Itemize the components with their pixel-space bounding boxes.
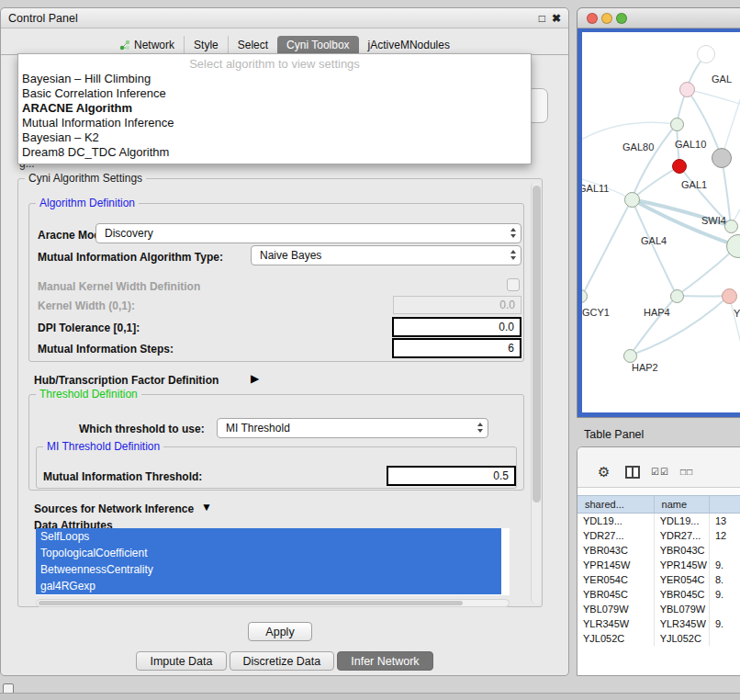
table-row[interactable]: YDL19... YDL19... 13 — [577, 514, 740, 528]
algorithm-option[interactable]: Bayesian – Hill Climbing — [18, 72, 531, 86]
manual-kernel-width-label: Manual Kernel Width Definition — [38, 280, 200, 293]
column-header-name[interactable]: name — [655, 496, 710, 513]
mi-algorithm-type-label: Mutual Information Algorithm Type: — [38, 251, 223, 264]
gear-icon[interactable]: ⚙ — [598, 465, 610, 480]
cell: YPR145W — [655, 558, 710, 572]
table-row[interactable]: YER054C YER054C 8. — [577, 572, 740, 587]
which-threshold-select[interactable]: MI Threshold — [217, 418, 488, 438]
network-node[interactable] — [624, 192, 640, 208]
cell: YDR27... — [655, 528, 710, 543]
control-panel-titlebar: Control Panel □ ✖ — [1, 8, 568, 28]
attribute-item-selected[interactable]: gal4RGexp — [36, 578, 501, 594]
network-node[interactable] — [670, 118, 684, 131]
collapse-down-icon[interactable]: ▼ — [201, 501, 212, 514]
tab-discretize-data[interactable]: Discretize Data — [230, 651, 335, 671]
table-panel-window: ⚙ ☑☑ □□ shared... name YDL19... YDL19...… — [577, 446, 740, 676]
combo-arrows-icon — [510, 228, 516, 238]
mi-steps-value: 6 — [508, 342, 514, 355]
control-panel-window: Control Panel □ ✖ Network Style Select — [0, 7, 569, 676]
hub-section-label: Hub/Transcription Factor Definition — [34, 374, 219, 387]
network-node[interactable] — [697, 45, 715, 63]
network-canvas[interactable]: GAL GAL80 GAL10 GAL11 GAL1 SWI4 GAL4 GCY… — [582, 32, 740, 412]
table-row[interactable]: YBR043C YBR043C — [577, 543, 740, 558]
column-header-shared[interactable]: shared... — [577, 496, 655, 513]
cell: YLR345W — [655, 616, 710, 631]
tab-discretize-data-label: Discretize Data — [243, 655, 321, 668]
close-traffic-light-icon[interactable] — [587, 13, 598, 24]
tab-select[interactable]: Select — [228, 36, 277, 54]
kernel-width-field[interactable]: 0.0 — [393, 296, 521, 314]
scrollbar-thumb[interactable] — [533, 186, 541, 502]
algorithm-option[interactable]: Basic Correlation Inference — [18, 86, 531, 101]
network-node-hap4[interactable] — [670, 289, 684, 303]
select-all-checks-icon[interactable]: ☑☑ — [651, 467, 669, 477]
attribute-item-selected[interactable]: TopologicalCoefficient — [36, 545, 501, 561]
tab-style[interactable]: Style — [184, 36, 228, 54]
node-label: GAL — [712, 73, 732, 85]
tab-jactivemnodules[interactable]: jActiveMNodules — [359, 36, 459, 54]
desktop: Control Panel □ ✖ Network Style Select — [0, 0, 740, 700]
network-node[interactable] — [679, 82, 695, 97]
cell — [710, 631, 740, 646]
attributes-horizontal-scrollbar[interactable] — [36, 599, 510, 607]
tab-infer-network-label: Infer Network — [351, 655, 419, 668]
network-node[interactable] — [712, 148, 732, 168]
settings-vertical-scrollbar[interactable] — [531, 183, 541, 604]
table-row[interactable]: YLR345W YLR345W 9. — [577, 616, 740, 631]
taskbar-strip — [0, 693, 740, 700]
tab-infer-network[interactable]: Infer Network — [337, 651, 432, 671]
cell: YBR045C — [577, 587, 655, 602]
algorithm-option[interactable]: Dream8 DC_TDC Algorithm — [18, 145, 531, 160]
dpi-tolerance-field[interactable]: 0.0 — [392, 317, 521, 337]
network-node-hap2[interactable] — [623, 349, 637, 363]
network-node-swi4[interactable] — [724, 220, 738, 233]
apply-button[interactable]: Apply — [248, 622, 312, 641]
node-label-gal80: GAL80 — [622, 141, 654, 152]
scrollbar-thumb[interactable] — [39, 601, 463, 605]
table-toolbar: ⚙ ☑☑ □□ — [577, 447, 740, 488]
tab-network[interactable]: Network — [110, 36, 184, 54]
node-label-hap4: HAP4 — [644, 307, 670, 318]
mi-steps-field[interactable]: 6 — [392, 338, 521, 358]
cell: YDR27... — [577, 528, 655, 543]
algorithm-dropdown-popup: Select algorithm to view settings Bayesi… — [17, 53, 532, 164]
cell: YBL079W — [577, 602, 655, 616]
cyni-algorithm-settings-title: Cyni Algorithm Settings — [25, 172, 146, 185]
table-row[interactable]: YBR045C YBR045C 9. — [577, 587, 740, 602]
table-row[interactable]: YJL052C YJL052C — [577, 631, 740, 646]
algorithm-option[interactable]: Bayesian – K2 — [18, 130, 531, 145]
tab-jactivemnodules-label: jActiveMNodules — [368, 39, 450, 51]
manual-kernel-width-checkbox[interactable] — [507, 278, 520, 291]
zoom-traffic-light-icon[interactable] — [616, 13, 627, 24]
aracne-mode-select[interactable]: Discovery — [95, 223, 521, 243]
table-row[interactable]: YBL079W YBL079W — [577, 602, 740, 616]
float-window-icon[interactable]: □ — [539, 13, 545, 24]
table-row[interactable]: YDR27... YDR27... 12 — [577, 528, 740, 543]
deselect-all-checks-icon[interactable]: □□ — [680, 467, 693, 477]
cell: YDL19... — [577, 514, 655, 528]
table-row[interactable]: YPR145W YPR145W 9. — [577, 558, 740, 572]
tab-select-label: Select — [238, 39, 268, 51]
algorithm-option-selected[interactable]: ARACNE Algorithm — [18, 101, 531, 116]
mi-threshold-label: Mutual Information Threshold: — [43, 470, 202, 483]
mi-algorithm-type-select[interactable]: Naive Bayes — [251, 245, 521, 265]
attribute-item-selected[interactable]: SelfLoops — [36, 528, 501, 545]
attribute-item-selected[interactable]: BetweennessCentrality — [36, 561, 501, 578]
node-label-gal11: GAL11 — [582, 183, 609, 194]
column-header-clipped[interactable] — [710, 496, 740, 513]
mi-threshold-field[interactable]: 0.5 — [387, 466, 516, 486]
expand-right-icon[interactable]: ▶ — [251, 372, 259, 385]
tab-impute-data[interactable]: Impute Data — [136, 651, 226, 671]
node-label-hap2: HAP2 — [632, 362, 658, 373]
tab-cyni-toolbox[interactable]: Cyni Toolbox — [277, 36, 358, 54]
cell — [710, 602, 740, 616]
dpi-tolerance-label: DPI Tolerance [0,1]: — [38, 322, 140, 334]
network-node[interactable] — [722, 288, 737, 304]
columns-icon[interactable] — [625, 466, 640, 479]
cyni-mode-tabs: Impute Data Discretize Data Infer Networ… — [1, 651, 568, 671]
close-icon[interactable]: ✖ — [552, 13, 561, 24]
cell: 9. — [710, 558, 740, 572]
minimize-traffic-light-icon[interactable] — [601, 13, 612, 24]
algorithm-option[interactable]: Mutual Information Inference — [18, 116, 531, 130]
network-node-gal10[interactable] — [672, 159, 687, 174]
